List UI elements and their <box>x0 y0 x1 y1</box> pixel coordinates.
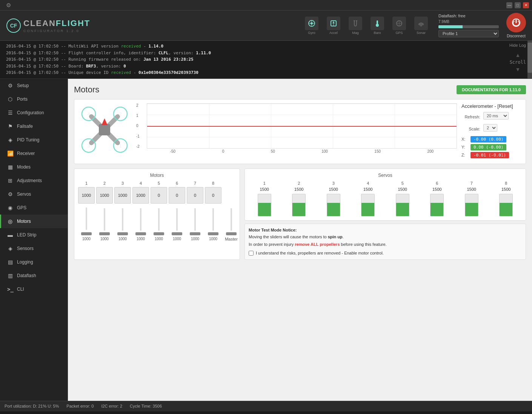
scale-select[interactable]: 2 4 8 <box>483 124 497 132</box>
led-icon: ▬ <box>7 232 13 238</box>
y-label-1: 1 <box>136 113 140 118</box>
enable-motor-checkbox[interactable] <box>249 251 254 256</box>
servo-bar-3 <box>327 203 340 216</box>
servo-bar-7 <box>465 203 478 216</box>
x-axis-label: X: <box>461 137 467 141</box>
sidebar-item-configuration[interactable]: ☰ Configuration <box>0 106 68 120</box>
motor-slider-master[interactable] <box>226 232 237 235</box>
servo-value-5: 1500 <box>398 187 407 192</box>
servo-col-5: 5 1500 <box>387 181 418 216</box>
minimize-button[interactable]: — <box>506 2 512 8</box>
sensors-icon: ◈ <box>7 245 13 251</box>
servo-bar-7-container <box>465 194 478 216</box>
servo-bar-8 <box>500 203 512 216</box>
log-line-1: 2016-04-15 @ 17:02:50 -- MultiWii API ve… <box>6 43 526 50</box>
sidebar-item-gps[interactable]: ◉ GPS <box>0 201 68 215</box>
servo-value-4: 1500 <box>363 187 372 192</box>
sidebar-item-modes[interactable]: ▦ Modes <box>0 160 68 174</box>
dataflash-fill <box>438 25 463 28</box>
chart-zero-line <box>147 126 457 127</box>
log-area: 2016-04-15 @ 17:02:50 -- MultiWii API ve… <box>0 41 532 79</box>
scroll-down-arrow[interactable]: ▼ <box>510 66 526 72</box>
motor-slider-4[interactable] <box>135 232 146 235</box>
receiver-icon: 📶 <box>7 150 13 156</box>
motor-value-1: 1000 <box>82 237 91 241</box>
sidebar-item-pid-tuning[interactable]: ◈ PID Tuning <box>0 133 68 147</box>
profile-select[interactable]: Profile 1 Profile 2 Profile 3 <box>438 30 499 37</box>
servo-bar-5-container <box>396 194 409 216</box>
motor-track-4 <box>140 208 141 231</box>
scroll-up-arrow[interactable]: ▲ <box>510 52 526 58</box>
chart-inner <box>147 103 457 149</box>
svg-marker-22 <box>101 118 108 125</box>
statusbar: Port utilization: D: 21% U: 5% Packet er… <box>0 401 532 411</box>
svg-point-16 <box>420 25 422 26</box>
motor-track-2 <box>104 208 105 231</box>
servo-bar-4 <box>361 203 374 216</box>
motor-slider-5[interactable] <box>154 232 164 235</box>
documentation-button[interactable]: DOCUMENTATION FOR 1.11.0 <box>457 85 526 94</box>
log-scrollbar-thumb <box>527 43 532 73</box>
sidebar-item-cli[interactable]: >_ CLI <box>0 282 68 296</box>
sidebar-label-ports: Ports <box>17 97 28 102</box>
sidebar-item-led-strip[interactable]: ▬ LED Strip <box>0 228 68 242</box>
sidebar-item-adjustments[interactable]: ⊞ Adjustments <box>0 174 68 187</box>
motor-slider-7[interactable] <box>190 232 200 235</box>
motor-label-7: 7 <box>194 181 196 186</box>
servos-icon: ⚙ <box>7 191 13 197</box>
y-label-neg2: -2 <box>136 144 140 149</box>
motor-col-4: 4 1000 1000 <box>132 181 149 241</box>
motor-slider-3[interactable] <box>117 232 128 235</box>
sidebar-label-gps: GPS <box>17 205 26 210</box>
sidebar-item-sensors[interactable]: ◈ Sensors <box>0 242 68 255</box>
sidebar-item-setup[interactable]: ⚙ Setup <box>0 79 68 92</box>
svg-text:4: 4 <box>87 111 90 117</box>
servo-col-8: 8 1500 <box>490 181 522 216</box>
motor-col-7: 7 0 1000 <box>187 181 203 241</box>
motor-slider-6[interactable] <box>172 232 182 235</box>
notice-line2: In order to prevent injury remove ALL pr… <box>249 241 522 248</box>
mag-icon <box>349 17 362 30</box>
motor-track-7 <box>194 208 196 231</box>
servo-label-1: 1 <box>263 181 266 186</box>
drone-diagram: 4 2 3 1 <box>78 103 131 156</box>
sidebar-item-ports[interactable]: ⬡ Ports <box>0 92 68 106</box>
sidebar-item-motors[interactable]: ◎ Motors <box>0 215 68 228</box>
i2c-error: I2C error: 2 <box>101 404 122 408</box>
log-scrollbar[interactable] <box>527 41 532 78</box>
refresh-select[interactable]: 20 ms 50 ms 100 ms <box>483 112 509 120</box>
sidebar: ⚙ Setup ⬡ Ports ☰ Configuration ⚑ Failsa… <box>0 79 68 401</box>
dataflash-size: 7.9MB <box>438 20 499 24</box>
close-button[interactable]: ✕ <box>523 2 529 8</box>
motor-track-5 <box>158 208 160 231</box>
hide-log-button[interactable]: Hide Log <box>509 43 526 48</box>
motor-slider-2[interactable] <box>99 232 110 235</box>
maximize-button[interactable]: □ <box>515 2 521 8</box>
y-label-0: 0 <box>136 124 140 128</box>
accel-chart: 2 1 0 -1 -2 <box>135 103 457 156</box>
servo-label-2: 2 <box>298 181 300 186</box>
motor-slider-1[interactable] <box>81 232 92 235</box>
header: CF CLEAN FLIGHT CONFIGURATOR 1.2.0 Gyro … <box>0 11 532 41</box>
sidebar-item-servos[interactable]: ⚙ Servos <box>0 187 68 201</box>
accelerometer-panel: 4 2 3 1 2 1 0 -1 <box>74 99 526 164</box>
motor-slider-6-container <box>172 205 182 235</box>
gear-icon[interactable]: ⚙ <box>6 2 11 9</box>
sidebar-item-receiver[interactable]: 📶 Receiver <box>0 147 68 160</box>
sidebar-label-modes: Modes <box>17 164 31 170</box>
motor-label-3: 3 <box>121 181 124 186</box>
motor-display-master <box>223 187 240 204</box>
servo-bar-2 <box>292 203 305 216</box>
disconnect-button[interactable]: Disconnect <box>506 13 526 38</box>
motor-value-5: 1000 <box>155 237 163 241</box>
motor-slider-8[interactable] <box>208 232 218 235</box>
adjustments-icon: ⊞ <box>7 178 13 184</box>
gps-icon <box>392 17 406 30</box>
sidebar-item-dataflash[interactable]: ▥ Dataflash <box>0 269 68 282</box>
pid-icon: ◈ <box>7 137 13 143</box>
sidebar-item-failsafe[interactable]: ⚑ Failsafe <box>0 120 68 133</box>
servo-label-5: 5 <box>401 181 404 186</box>
sidebar-item-logging[interactable]: ▤ Logging <box>0 255 68 269</box>
dataflash-progress-bar <box>438 25 499 28</box>
servo-label-7: 7 <box>470 181 473 186</box>
